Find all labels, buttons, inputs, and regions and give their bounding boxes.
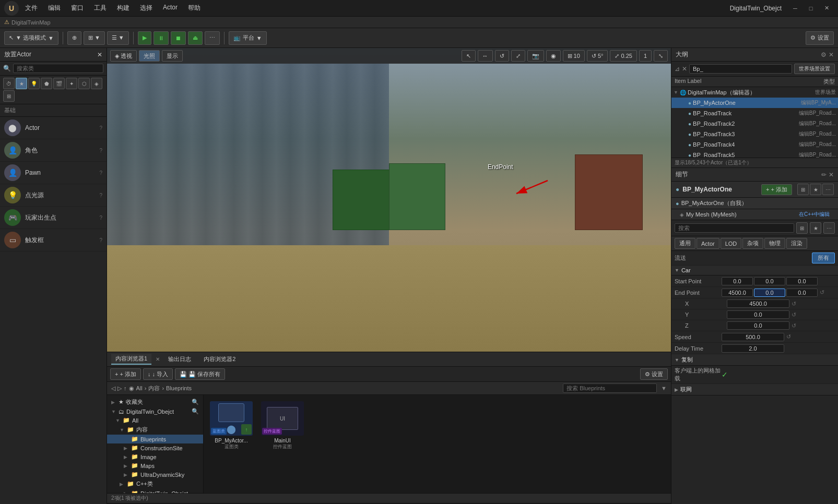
search-icon-favorites[interactable]: 🔍 <box>192 399 199 405</box>
tree-item-ultrasky[interactable]: ▶ 📁 UltraDynamicSky <box>107 470 203 479</box>
camera-speed-button[interactable]: 1 <box>639 50 652 62</box>
section-network[interactable]: ▶ 联网 <box>671 384 838 395</box>
triggerbox-help-icon[interactable]: ? <box>99 237 102 243</box>
place-actor-close-icon[interactable]: ✕ <box>97 51 102 58</box>
translate-mode-icon[interactable]: ↔ <box>478 50 493 62</box>
end-x-input[interactable] <box>727 299 789 308</box>
rotation-snap-button[interactable]: ↺ 5° <box>587 50 608 62</box>
cb-tab-log[interactable]: 输出日志 <box>164 354 195 364</box>
details-search-input[interactable] <box>675 223 794 233</box>
speed-input[interactable] <box>722 333 784 341</box>
end-point-x-display[interactable] <box>722 289 753 297</box>
net-load-checkbox[interactable]: ✓ <box>722 370 728 379</box>
character-help-icon[interactable]: ? <box>99 148 102 153</box>
actor-help-icon[interactable]: ? <box>99 125 102 131</box>
shapes-icon[interactable]: ⬟ <box>41 78 52 89</box>
lights-icon[interactable]: 💡 <box>28 78 40 89</box>
transform-button[interactable]: ⊕ <box>67 31 81 45</box>
settings-button[interactable]: ⚙ 设置 <box>806 31 834 45</box>
actor-item-pawn[interactable]: 👤 Pawn ? <box>0 162 107 184</box>
content-search-input[interactable] <box>563 383 657 393</box>
path-content[interactable]: 内容 <box>148 385 160 392</box>
eject-button[interactable]: ⏏ <box>188 31 203 45</box>
end-point-reset[interactable]: ↺ <box>819 289 825 296</box>
play-options-button[interactable]: ⋯ <box>205 31 220 45</box>
cb-settings-button[interactable]: ⚙ 设置 <box>640 368 668 380</box>
tree-item-blueprints[interactable]: 📁 Blueprints <box>107 435 203 443</box>
world-settings-btn[interactable]: 世界场景设置 <box>794 64 835 74</box>
end-point-y-display[interactable] <box>754 289 785 297</box>
end-x-reset[interactable]: ↺ <box>790 301 797 307</box>
tree-item-maps[interactable]: ▶ 📁 Maps <box>107 461 203 470</box>
asset-bp-myactor[interactable]: ⬤ 蓝图类 ↑ BP_MyActor... 蓝图类 <box>208 399 255 452</box>
details-favorite-btn[interactable]: ★ <box>810 222 821 234</box>
select-mode-icon[interactable]: ↖ <box>462 50 476 62</box>
details-mesh-link[interactable]: 在C++中编辑 <box>799 211 830 218</box>
menu-window[interactable]: 窗口 <box>69 3 86 14</box>
details-table-view[interactable]: ⊞ <box>796 222 808 234</box>
end-z-input[interactable] <box>727 321 789 330</box>
rotate-mode-icon[interactable]: ↺ <box>495 50 509 62</box>
maximize-viewport-button[interactable]: ⤡ <box>654 50 668 62</box>
tab-lod[interactable]: LOD <box>721 238 742 249</box>
actor-item-triggerbox[interactable]: ▭ 触发框 ? <box>0 229 107 251</box>
scale-snap-button[interactable]: ⤢ 0.25 <box>610 50 636 62</box>
geo-icon[interactable]: ⬡ <box>78 78 90 89</box>
outline-settings-icon[interactable]: ⚙ <box>821 51 827 58</box>
grid-size-button[interactable]: ⊞ 10 <box>563 50 585 62</box>
menu-tools[interactable]: 工具 <box>92 3 109 14</box>
stop-button[interactable]: ⏹ <box>171 31 186 45</box>
menu-help[interactable]: 帮助 <box>186 3 203 14</box>
tab-actor[interactable]: Actor <box>697 238 719 249</box>
tree-item-cpp[interactable]: ▶ 📁 C++类 <box>107 479 203 489</box>
end-y-input[interactable] <box>727 310 789 319</box>
tree-item-all[interactable]: ▼ 📁 All <box>107 416 203 425</box>
tree-item-bp-myactor[interactable]: ● BP_MyActorOne 编辑BP_MyA... <box>671 98 838 108</box>
outline-search-input[interactable] <box>689 64 792 74</box>
cinematic-icon[interactable]: 🎬 <box>53 78 65 89</box>
pointlight-help-icon[interactable]: ? <box>99 193 102 198</box>
all-actors-icon[interactable]: ⊞ <box>3 90 15 102</box>
minimize-button[interactable]: ─ <box>788 3 802 14</box>
tree-item-digitaltwin[interactable]: ▼ 🗂 DigitalTwin_Obejct 🔍 <box>107 407 203 416</box>
tab-physics[interactable]: 物理 <box>764 238 785 249</box>
search-dropdown-icon[interactable]: ▼ <box>661 385 667 391</box>
tree-item-roadtrack5[interactable]: ● BP_RoadTrack5 编辑BP_Road... <box>671 150 838 158</box>
save-all-button[interactable]: 💾 💾 保存所有 <box>175 368 225 380</box>
play-button[interactable]: ▶ <box>138 31 151 45</box>
vis-button[interactable]: ☰ ▼ <box>107 31 129 45</box>
start-point-x[interactable] <box>722 277 753 285</box>
recent-icon[interactable]: ⏱ <box>3 78 15 89</box>
path-blueprints[interactable]: Blueprints <box>166 385 192 391</box>
camera-settings-icon[interactable]: 📷 <box>527 50 544 62</box>
details-close-icon[interactable]: ✕ <box>829 171 834 178</box>
all-button[interactable]: 所有 <box>812 253 835 263</box>
end-z-reset[interactable]: ↺ <box>790 322 797 329</box>
details-self-row[interactable]: ● BP_MyActorOne（自我） <box>671 198 838 209</box>
menu-file[interactable]: 文件 <box>23 3 40 14</box>
menu-actor[interactable]: Actor <box>161 3 180 14</box>
scale-mode-icon[interactable]: ⤢ <box>511 50 525 62</box>
speed-reset[interactable]: ↺ <box>785 333 792 340</box>
pawn-help-icon[interactable]: ? <box>99 170 102 176</box>
snap-button[interactable]: ⊞ ▼ <box>84 31 105 45</box>
tab-misc[interactable]: 杂项 <box>742 238 763 249</box>
tree-item-roadtrack[interactable]: ● BP_RoadTrack 编辑BP_Road... <box>671 108 838 118</box>
section-replicate[interactable]: ▼ 复制 <box>671 354 838 366</box>
import-button[interactable]: ↓ ↓ 导入 <box>143 368 173 380</box>
playerstart-help-icon[interactable]: ? <box>99 215 102 221</box>
cb-tab-2[interactable]: 内容浏览器2 <box>199 354 240 364</box>
add-button[interactable]: + + 添加 <box>110 368 141 380</box>
basic-icon[interactable]: ★ <box>16 78 27 89</box>
delay-input[interactable] <box>722 344 784 353</box>
search-input[interactable] <box>13 64 103 73</box>
tree-item-roadtrack3[interactable]: ● BP_RoadTrack3 编辑BP_Road... <box>671 129 838 139</box>
end-y-reset[interactable]: ↺ <box>790 311 797 318</box>
details-options-btn[interactable]: ⋯ <box>823 222 835 234</box>
platform-button[interactable]: 📺 平台 ▼ <box>229 31 267 45</box>
tab-rendering[interactable]: 渲染 <box>786 238 807 249</box>
volumes-icon[interactable]: ◈ <box>91 78 102 89</box>
details-view-options[interactable]: ⊞ <box>797 184 809 195</box>
tree-item-content[interactable]: ▼ 📁 内容 <box>107 425 203 435</box>
menu-build[interactable]: 构建 <box>115 3 132 14</box>
